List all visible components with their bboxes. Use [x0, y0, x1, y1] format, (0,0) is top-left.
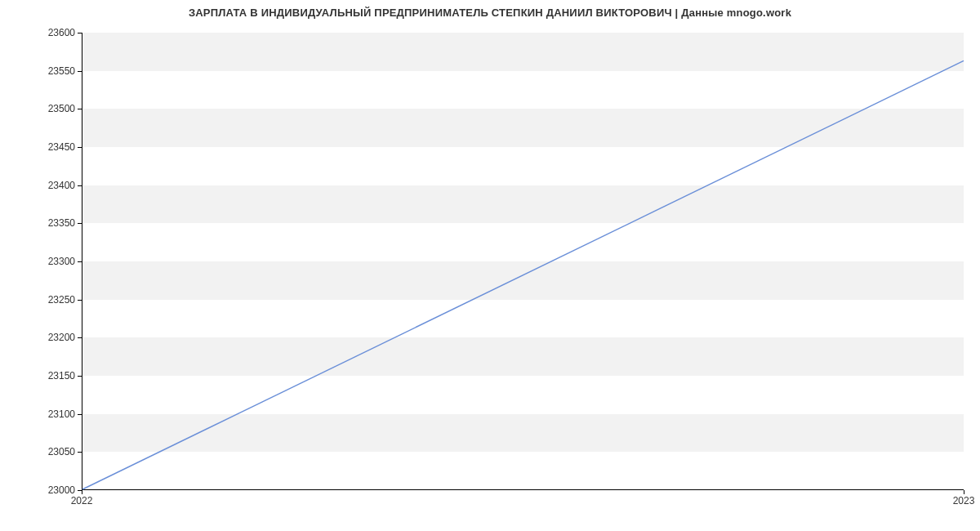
y-tick-label: 23300 — [7, 256, 75, 267]
y-tick-mark — [78, 109, 82, 109]
y-tick-mark — [78, 261, 82, 262]
y-tick-label: 23000 — [7, 484, 75, 496]
x-tick-mark — [82, 490, 82, 494]
y-tick-label: 23500 — [7, 103, 75, 114]
y-tick-label: 23150 — [7, 370, 75, 382]
y-tick-mark — [78, 414, 82, 415]
y-tick-mark — [78, 376, 82, 377]
y-tick-label: 23200 — [7, 332, 75, 343]
y-tick-label: 23400 — [7, 180, 75, 191]
chart-container: ЗАРПЛАТА В ИНДИВИДУАЛЬНЫЙ ПРЕДПРИНИМАТЕЛ… — [0, 0, 980, 531]
y-tick-label: 23350 — [7, 217, 75, 229]
y-tick-label: 23100 — [7, 408, 75, 420]
y-tick-label: 23450 — [7, 141, 75, 153]
y-tick-mark — [78, 147, 82, 148]
y-tick-label: 23550 — [7, 65, 75, 77]
y-tick-mark — [78, 337, 82, 338]
plot-area — [82, 33, 964, 490]
x-tick-label: 2023 — [953, 495, 975, 506]
y-tick-label: 23600 — [7, 27, 75, 38]
y-tick-mark — [78, 185, 82, 186]
y-tick-label: 23050 — [7, 446, 75, 457]
y-tick-mark — [78, 71, 82, 72]
x-tick-mark — [964, 490, 964, 494]
y-tick-mark — [78, 452, 82, 453]
y-tick-label: 23250 — [7, 294, 75, 306]
y-tick-mark — [78, 300, 82, 301]
x-tick-label: 2022 — [71, 495, 93, 506]
series-line-salary — [82, 60, 964, 489]
y-tick-mark — [78, 33, 82, 33]
chart-title: ЗАРПЛАТА В ИНДИВИДУАЛЬНЫЙ ПРЕДПРИНИМАТЕЛ… — [0, 7, 980, 19]
y-tick-mark — [78, 223, 82, 224]
line-svg — [82, 33, 964, 489]
